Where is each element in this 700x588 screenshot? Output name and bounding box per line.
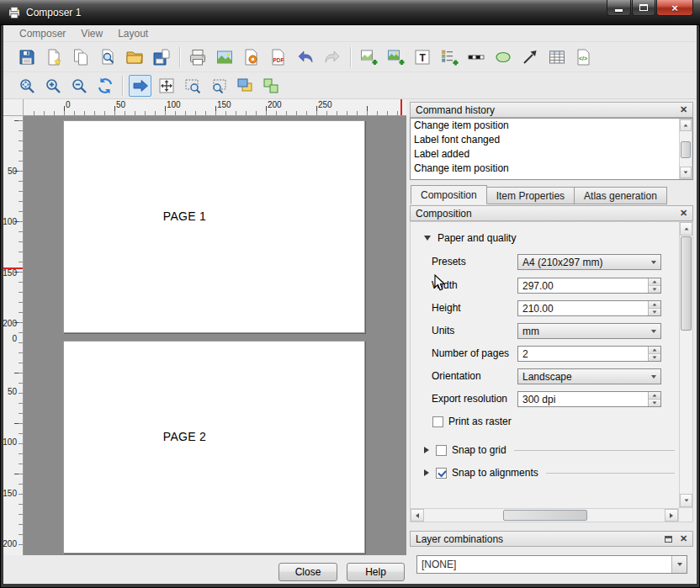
- save-button[interactable]: [15, 45, 39, 69]
- orientation-dropdown[interactable]: Landscape: [517, 368, 661, 384]
- paper-quality-group-header[interactable]: Paper and quality: [424, 232, 516, 244]
- command-history-list[interactable]: Change item position Label font changed …: [410, 118, 693, 180]
- spin-up-button[interactable]: [649, 392, 660, 400]
- zoom-last-button[interactable]: [207, 75, 230, 97]
- float-panel-button[interactable]: [662, 533, 675, 544]
- print-button[interactable]: [186, 45, 209, 69]
- tab-composition[interactable]: Composition: [411, 185, 487, 204]
- scroll-left-button[interactable]: [411, 509, 424, 522]
- tab-item-properties[interactable]: Item Properties: [487, 187, 575, 204]
- width-value: 297.00: [518, 280, 648, 292]
- composition-canvas[interactable]: PAGE 1 PAGE 2: [24, 116, 406, 555]
- snap-to-grid-group[interactable]: Snap to grid: [424, 444, 675, 456]
- export-pdf-button[interactable]: PDF: [267, 45, 290, 69]
- add-attribute-table-button[interactable]: [545, 45, 569, 69]
- export-svg-button[interactable]: [240, 45, 263, 69]
- history-item[interactable]: Label added: [411, 147, 692, 162]
- save-template-button[interactable]: [150, 45, 173, 69]
- close-button[interactable]: Close: [278, 563, 337, 581]
- spin-buttons[interactable]: [648, 392, 660, 406]
- export-resolution-spinner[interactable]: 300 dpi: [517, 391, 661, 407]
- load-template-button[interactable]: [123, 45, 146, 69]
- spin-down-button[interactable]: [649, 400, 660, 406]
- add-legend-button[interactable]: [438, 45, 461, 69]
- history-item[interactable]: Change item position: [411, 162, 692, 176]
- close-command-history-button[interactable]: ✕: [677, 104, 690, 115]
- maximize-button[interactable]: [632, 0, 655, 16]
- scrollbar-thumb[interactable]: [503, 510, 587, 521]
- spin-down-button[interactable]: [649, 309, 660, 315]
- select-move-item-button[interactable]: [129, 75, 151, 97]
- add-image-button[interactable]: [384, 45, 407, 69]
- spin-buttons[interactable]: [648, 301, 660, 315]
- ruler-number: 200: [268, 100, 282, 109]
- page-1[interactable]: PAGE 1: [63, 120, 365, 333]
- close-composition-panel-button[interactable]: ✕: [677, 208, 690, 219]
- duplicate-composition-button[interactable]: [69, 45, 93, 69]
- scroll-down-button[interactable]: [680, 494, 692, 507]
- tab-atlas-generation[interactable]: Atlas generation: [575, 187, 667, 204]
- spin-up-button[interactable]: [649, 347, 660, 354]
- zoom-out-button[interactable]: [67, 75, 90, 97]
- spin-buttons[interactable]: [648, 278, 660, 293]
- history-item[interactable]: Change item position: [411, 119, 692, 133]
- panel-vertical-scrollbar[interactable]: [679, 221, 693, 508]
- add-scalebar-button[interactable]: [464, 45, 488, 69]
- scroll-right-button[interactable]: [665, 509, 678, 522]
- composer-manager-button[interactable]: [96, 45, 119, 69]
- snap-to-alignments-checkbox[interactable]: [436, 468, 447, 479]
- zoom-region-button[interactable]: [181, 75, 204, 97]
- add-arrow-button[interactable]: [518, 45, 542, 69]
- spin-down-button[interactable]: [649, 286, 660, 293]
- layer-combinations-dropdown[interactable]: [NONE]: [416, 555, 687, 574]
- refresh-button[interactable]: [93, 75, 116, 97]
- spin-down-button[interactable]: [649, 354, 660, 361]
- page-2-label-item[interactable]: PAGE 2: [163, 430, 206, 443]
- add-map-button[interactable]: [357, 45, 380, 69]
- page-2[interactable]: PAGE 2: [63, 341, 365, 554]
- group-items-button[interactable]: [259, 75, 282, 97]
- minimize-button[interactable]: [607, 0, 631, 16]
- snap-to-alignments-group[interactable]: Snap to alignments: [424, 467, 675, 479]
- presets-dropdown[interactable]: A4 (210x297 mm): [517, 254, 661, 270]
- num-pages-spinner[interactable]: 2: [517, 346, 661, 362]
- export-image-button[interactable]: [213, 45, 236, 69]
- scrollbar-thumb[interactable]: [681, 141, 691, 158]
- history-scrollbar[interactable]: [679, 119, 692, 179]
- scroll-up-button[interactable]: [680, 222, 692, 236]
- redo-button[interactable]: [321, 45, 344, 69]
- page-1-label-item[interactable]: PAGE 1: [163, 209, 206, 223]
- add-label-button[interactable]: T: [411, 45, 434, 69]
- print-as-raster-checkbox[interactable]: [432, 416, 443, 427]
- spin-up-button[interactable]: [649, 278, 660, 286]
- move-item-content-button[interactable]: [155, 75, 178, 97]
- help-button[interactable]: Help: [347, 563, 405, 581]
- scroll-down-button[interactable]: [680, 167, 692, 178]
- width-spinner[interactable]: 297.00: [517, 278, 661, 294]
- add-html-button[interactable]: </>: [572, 45, 596, 69]
- menu-layout[interactable]: Layout: [110, 26, 156, 41]
- zoom-in-button[interactable]: [41, 75, 64, 97]
- close-layer-combinations-button[interactable]: ✕: [677, 533, 690, 544]
- spin-buttons[interactable]: [648, 347, 660, 361]
- export-image-icon: [215, 48, 234, 66]
- history-item[interactable]: Label font changed: [411, 133, 692, 147]
- close-window-button[interactable]: ×: [656, 0, 693, 16]
- raise-items-button[interactable]: [233, 75, 256, 97]
- scrollbar-thumb[interactable]: [681, 236, 692, 331]
- scroll-up-button[interactable]: [680, 119, 692, 131]
- menu-view[interactable]: View: [73, 26, 110, 41]
- panel-horizontal-scrollbar[interactable]: [410, 508, 679, 522]
- menu-composer[interactable]: Composer: [12, 26, 73, 41]
- units-dropdown[interactable]: mm: [517, 323, 661, 339]
- title-bar[interactable]: Composer 1 ×: [0, 0, 700, 25]
- undo-button[interactable]: [294, 45, 317, 69]
- zoom-full-button[interactable]: [15, 75, 38, 97]
- add-shape-button[interactable]: [491, 45, 515, 69]
- spin-up-button[interactable]: [649, 301, 660, 309]
- save-icon: [18, 48, 36, 66]
- height-spinner[interactable]: 210.00: [517, 300, 661, 316]
- snap-to-grid-checkbox[interactable]: [436, 445, 447, 456]
- arrow-up-icon: [684, 124, 688, 126]
- new-composition-button[interactable]: [42, 45, 66, 69]
